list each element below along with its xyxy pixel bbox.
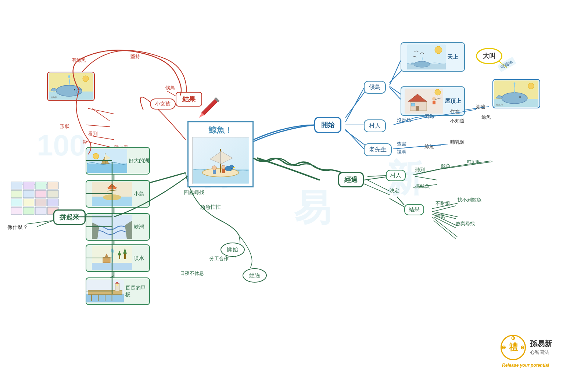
whale-image-right: 鯨魚和 bbox=[492, 79, 540, 108]
houniao-node: 候鳥 bbox=[364, 81, 386, 94]
svg-point-44 bbox=[230, 165, 233, 168]
jueding-label: 決定 bbox=[390, 187, 399, 194]
svg-line-29 bbox=[415, 176, 437, 180]
svg-line-126 bbox=[390, 87, 401, 99]
dajiao-bubble: 大叫 bbox=[476, 48, 502, 64]
jingyu-right-label: 鯨魚 bbox=[481, 114, 491, 121]
chashu-label: 查書 bbox=[397, 141, 406, 147]
watermark-1: 100 bbox=[37, 129, 86, 162]
jingguo-lower-node: 經過 bbox=[243, 268, 267, 283]
svg-line-14 bbox=[345, 88, 368, 118]
svg-line-136 bbox=[368, 180, 390, 191]
svg-rect-42 bbox=[222, 169, 225, 173]
svg-point-64 bbox=[108, 186, 116, 189]
svg-point-53 bbox=[83, 76, 89, 82]
hubian-label: 湖邊 bbox=[476, 104, 485, 110]
svg-line-30 bbox=[364, 184, 390, 195]
burulei-label: 哺乳類 bbox=[450, 139, 465, 146]
fangqi-label: 放棄尋找 bbox=[456, 220, 475, 227]
houmiao-label-left: 候鳥 bbox=[165, 85, 175, 91]
laoxiansheng-node: 老先生 bbox=[364, 143, 392, 156]
whale-image-left: 鯨魚和 bbox=[47, 72, 95, 101]
central-title: 鯨魚！ bbox=[208, 125, 233, 136]
sichuzhaolabel: 四處尋找 bbox=[184, 189, 204, 196]
zhaobidao-label: 找不到鯨魚 bbox=[458, 197, 481, 203]
xiangshenme-label: 像什麼？ bbox=[7, 224, 28, 231]
svg-rect-96 bbox=[433, 101, 435, 104]
shuoming-label: 說明 bbox=[397, 149, 406, 155]
svg-rect-45 bbox=[202, 98, 219, 115]
svg-point-39 bbox=[212, 165, 216, 170]
svg-line-141 bbox=[432, 217, 458, 237]
meifanying-label: 沒反應 bbox=[397, 117, 411, 123]
pinjiqilai-node: 拼起來 bbox=[53, 209, 86, 225]
zhuzai-label: 住在 bbox=[450, 108, 460, 115]
svg-point-101 bbox=[502, 93, 527, 104]
svg-rect-71 bbox=[103, 257, 110, 263]
svg-point-41 bbox=[221, 165, 225, 169]
kandao-label: 看到 bbox=[88, 130, 98, 137]
fengong-label: 分工合作 bbox=[209, 255, 229, 262]
svg-line-35 bbox=[434, 220, 456, 239]
youjingyu-label: 有鯨魚 bbox=[72, 57, 86, 64]
yinwei-label: 因為 bbox=[424, 113, 434, 120]
riye-label: 日夜不休息 bbox=[180, 270, 204, 277]
hu-label: 湖 bbox=[83, 139, 87, 146]
svg-line-122 bbox=[345, 88, 364, 122]
svg-rect-56 bbox=[87, 164, 127, 173]
cunren-middle-node: 村人 bbox=[386, 170, 406, 181]
jingyu3-label: 鯨魚 bbox=[441, 163, 451, 169]
penshui-node: 噴水 bbox=[86, 244, 150, 272]
svg-text:鯨魚和: 鯨魚和 bbox=[51, 96, 57, 98]
kaishi-lower-node: 開始 bbox=[220, 243, 245, 257]
jijimangmang-label: 急急忙忙 bbox=[200, 204, 221, 211]
svg-line-124 bbox=[345, 129, 364, 149]
buzhidao-label: 不知道 bbox=[450, 118, 465, 124]
svg-point-52 bbox=[74, 89, 75, 90]
jieguo-node: 結果 bbox=[176, 92, 202, 107]
logo-sub: 心智圖法 bbox=[530, 349, 549, 356]
svg-rect-73 bbox=[124, 254, 126, 259]
svg-text:鯨魚和: 鯨魚和 bbox=[496, 104, 503, 106]
svg-rect-70 bbox=[92, 263, 132, 270]
watermark-3: 易 bbox=[294, 184, 331, 233]
svg-point-103 bbox=[528, 83, 534, 89]
xiawan-node: 峽灣 bbox=[86, 213, 150, 241]
jieguo-right-node: 結果 bbox=[404, 204, 424, 215]
kaishi-node: 開始 bbox=[314, 117, 341, 133]
changchangjiaban-node: 長長的甲板 bbox=[86, 277, 150, 305]
svg-rect-93 bbox=[416, 106, 419, 111]
svg-point-98 bbox=[435, 89, 441, 95]
svg-text:禮: 禮 bbox=[508, 342, 518, 352]
jianchi-label: 堅持 bbox=[130, 53, 140, 60]
svg-point-58 bbox=[93, 153, 99, 159]
jingguo-main-node: 經過 bbox=[338, 172, 364, 187]
svg-line-3 bbox=[86, 125, 110, 127]
svg-line-125 bbox=[390, 61, 401, 85]
logo-tagline: Release your potential bbox=[502, 363, 549, 368]
svg-rect-75 bbox=[119, 255, 120, 259]
logo-area: 禮 孫易新 心智圖法 Release your potential bbox=[485, 329, 566, 373]
svg-rect-94 bbox=[411, 103, 415, 106]
cunren-node-top: 村人 bbox=[364, 119, 386, 132]
xingzhuang-label: 形狀 bbox=[60, 123, 69, 130]
svg-point-89 bbox=[414, 61, 430, 67]
svg-point-51 bbox=[76, 89, 82, 94]
zhuajingyu-label: 抓鯨魚 bbox=[415, 183, 430, 190]
central-node: 鯨魚！ bbox=[187, 121, 254, 187]
central-image bbox=[192, 137, 249, 184]
svg-line-18 bbox=[345, 130, 368, 147]
svg-line-2 bbox=[92, 108, 110, 121]
haoda-node: 好大的湖 bbox=[86, 147, 150, 175]
svg-point-95 bbox=[432, 97, 436, 101]
svg-line-5 bbox=[86, 141, 110, 147]
svg-point-87 bbox=[435, 46, 442, 54]
tianshang-node: 天上 bbox=[401, 42, 465, 72]
jingyu-mammal-label: 鯨魚 bbox=[424, 143, 434, 150]
svg-line-137 bbox=[397, 197, 404, 205]
tingdao-label: 聽到 bbox=[415, 166, 425, 173]
xiaonühai-node: 小女孩 bbox=[150, 98, 176, 110]
xiaodao-node: 小島 bbox=[86, 180, 150, 208]
svg-line-132 bbox=[368, 176, 386, 176]
svg-point-102 bbox=[519, 96, 521, 98]
